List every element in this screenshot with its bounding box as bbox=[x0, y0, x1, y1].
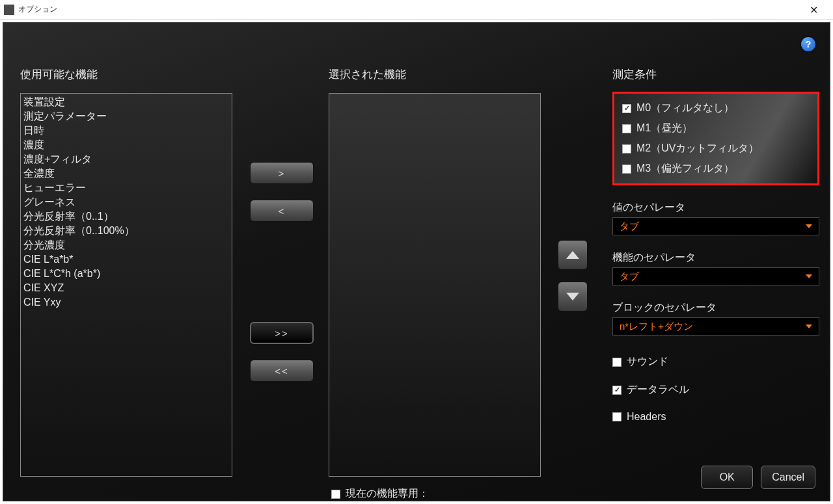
selected-functions-listbox[interactable] bbox=[329, 93, 541, 477]
list-item[interactable]: CIE XYZ bbox=[23, 281, 229, 295]
window-titlebar: オプション ✕ bbox=[0, 0, 833, 20]
function-separator-combo[interactable]: タブ bbox=[612, 267, 819, 285]
function-separator-selected: タブ bbox=[620, 271, 639, 283]
m2-checkbox[interactable] bbox=[622, 144, 631, 153]
headers-checkbox[interactable] bbox=[612, 412, 621, 421]
m3-label: M3（偏光フィルタ） bbox=[636, 162, 734, 176]
list-item[interactable]: 日時 bbox=[23, 124, 229, 138]
main-panel: ? 使用可能な機能 選択された機能 測定条件 装置設定測定パラメーター日時濃度濃… bbox=[3, 22, 830, 501]
list-item[interactable]: 分光濃度 bbox=[23, 238, 229, 252]
move-up-button[interactable] bbox=[558, 240, 588, 270]
block-separator-label: ブロックのセパレータ bbox=[612, 301, 819, 315]
list-item[interactable]: 分光反射率（0..1） bbox=[23, 209, 229, 224]
available-functions-listbox[interactable]: 装置設定測定パラメーター日時濃度濃度+フィルタ全濃度ヒューエラーグレーネス分光反… bbox=[20, 93, 232, 477]
function-separator-label: 機能のセパレータ bbox=[612, 251, 819, 265]
arrow-down-icon bbox=[566, 293, 579, 300]
ok-button[interactable]: OK bbox=[701, 466, 753, 489]
current-function-only-row[interactable]: 現在の機能専用： bbox=[331, 487, 429, 501]
remove-all-button-label: << bbox=[275, 365, 289, 377]
add-button[interactable]: > bbox=[250, 162, 314, 184]
list-item[interactable]: 濃度 bbox=[23, 138, 229, 152]
m3-row[interactable]: M3（偏光フィルタ） bbox=[622, 162, 810, 176]
remove-button[interactable]: < bbox=[250, 200, 314, 222]
ok-button-label: OK bbox=[720, 471, 735, 483]
sound-checkbox[interactable] bbox=[612, 358, 621, 367]
list-item[interactable]: 濃度+フィルタ bbox=[23, 152, 229, 166]
m1-checkbox[interactable] bbox=[622, 124, 631, 133]
m0-checkbox[interactable] bbox=[622, 104, 631, 113]
reorder-buttons bbox=[558, 240, 588, 312]
add-button-label: > bbox=[279, 168, 286, 179]
chevron-down-icon bbox=[806, 224, 812, 228]
chevron-down-icon bbox=[806, 325, 812, 328]
m2-row[interactable]: M2（UVカットフィルタ） bbox=[622, 142, 810, 155]
data-label-checkbox[interactable] bbox=[612, 386, 621, 395]
add-all-button-label: >> bbox=[275, 328, 289, 339]
list-item[interactable]: ヒューエラー bbox=[23, 181, 229, 195]
data-label-label: データラベル bbox=[627, 383, 689, 397]
sound-label: サウンド bbox=[627, 355, 668, 369]
list-item[interactable]: 分光反射率（0..100%） bbox=[23, 224, 229, 238]
close-icon[interactable]: ✕ bbox=[800, 0, 826, 20]
list-item[interactable]: 全濃度 bbox=[23, 166, 229, 181]
selected-functions-title: 選択された機能 bbox=[329, 67, 406, 82]
transfer-buttons: > < >> << bbox=[249, 162, 314, 382]
sound-row[interactable]: サウンド bbox=[612, 355, 819, 369]
data-label-row[interactable]: データラベル bbox=[612, 383, 819, 397]
m3-checkbox[interactable] bbox=[622, 165, 631, 174]
list-item[interactable]: CIE Yxy bbox=[23, 295, 229, 310]
value-separator-combo[interactable]: タブ bbox=[612, 217, 819, 235]
m1-label: M1（昼光） bbox=[636, 122, 692, 135]
cancel-button-label: Cancel bbox=[772, 471, 804, 483]
block-separator-selected: n*レフト+ダウン bbox=[620, 321, 693, 333]
arrow-up-icon bbox=[566, 251, 579, 259]
value-separator-label: 値のセパレータ bbox=[612, 201, 819, 215]
m0-row[interactable]: M0（フィルタなし） bbox=[622, 101, 810, 115]
add-all-button[interactable]: >> bbox=[250, 322, 314, 344]
window-title: オプション bbox=[18, 4, 57, 15]
current-function-only-checkbox[interactable] bbox=[331, 490, 340, 499]
m1-row[interactable]: M1（昼光） bbox=[622, 122, 810, 135]
list-item[interactable]: 装置設定 bbox=[23, 95, 229, 109]
cancel-button[interactable]: Cancel bbox=[761, 466, 815, 489]
list-item[interactable]: グレーネス bbox=[23, 195, 229, 209]
move-down-button[interactable] bbox=[558, 282, 588, 312]
available-functions-title: 使用可能な機能 bbox=[20, 67, 98, 82]
m0-label: M0（フィルタなし） bbox=[636, 101, 734, 115]
list-item[interactable]: 測定パラメーター bbox=[23, 109, 229, 124]
output-options-group: サウンド データラベル Headers bbox=[612, 355, 819, 423]
value-separator-selected: タブ bbox=[620, 220, 639, 233]
current-function-only-label: 現在の機能専用： bbox=[346, 487, 429, 501]
measurement-conditions-title: 測定条件 bbox=[612, 67, 657, 82]
headers-row[interactable]: Headers bbox=[612, 411, 819, 423]
chevron-down-icon bbox=[806, 274, 812, 278]
app-icon bbox=[4, 5, 14, 15]
remove-all-button[interactable]: << bbox=[250, 360, 314, 382]
list-item[interactable]: CIE L*C*h (a*b*) bbox=[23, 267, 229, 281]
m2-label: M2（UVカットフィルタ） bbox=[636, 142, 759, 155]
remove-button-label: < bbox=[279, 206, 286, 217]
dialog-buttons: OK Cancel bbox=[701, 466, 815, 489]
right-column: M0（フィルタなし） M1（昼光） M2（UVカットフィルタ） M3（偏光フィル… bbox=[612, 92, 819, 423]
help-icon[interactable]: ? bbox=[801, 37, 815, 51]
headers-label: Headers bbox=[627, 411, 666, 423]
block-separator-combo[interactable]: n*レフト+ダウン bbox=[612, 317, 819, 336]
list-item[interactable]: CIE L*a*b* bbox=[23, 252, 229, 267]
help-glyph: ? bbox=[806, 39, 812, 49]
measurement-conditions-group: M0（フィルタなし） M1（昼光） M2（UVカットフィルタ） M3（偏光フィル… bbox=[612, 92, 819, 185]
